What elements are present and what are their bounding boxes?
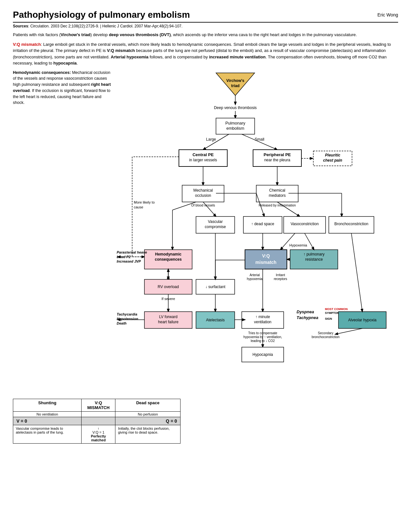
more-likely-label2: cause [134,205,143,209]
intro-paragraph: Patients with risk factors (Virchow's tr… [13,32,398,38]
lv-label2: heart failure [158,320,179,324]
chem-released: Released by inflammation [259,204,296,207]
vasc-label2: compromise [205,225,226,229]
pe-label1: Pulmonary [225,121,246,125]
arrow-pe-peripheral [242,134,277,150]
surfactant-label: ↓ surfactant [205,285,226,289]
hypocapnia-label: Hypocapnia [252,352,273,357]
hypoxemia-label: Hypoxemia [289,243,307,247]
vq-mismatch-table: Shunting V:Q MISMATCH Dead space No vent… [13,399,181,444]
table-header-deadspace: Dead space [115,399,181,411]
symptom-label: SYMPTOM [325,311,339,315]
large-label: Large [206,137,216,142]
minute-vent-label2: ventilation [254,320,271,324]
table-cell-q0: Q = 0 [115,417,181,425]
rv-label: RV overload [158,285,179,289]
mech-label1: Mechanical [193,188,213,193]
sign-label: SIGN [325,317,332,320]
peripheral-pe-label2: near the pleura [264,158,290,162]
parasternal-label3: Increased JVP [117,259,141,263]
pleuritic-label1: Pleuritic [325,153,340,157]
flowchart-container: Virchow's triad Deep venous thrombosis P… [116,70,398,392]
pleuritic-label2: chest pain [323,158,342,163]
minute-vent-label1: ↑ minute [255,315,270,319]
author-name: Eric Wong [377,12,398,17]
central-pe-label2: in larger vessels [189,158,217,162]
table-cell-empty [82,411,115,417]
mech-label3: Of blood vessels [191,204,215,207]
pulm-res-label2: resistance [305,257,323,262]
dead-space-label: ↑ dead space [251,222,274,226]
table-cell-no-perf: No perfusion [115,411,181,417]
broncho-label: Bronchoconstriction [334,222,368,226]
tachycardia-label1: Tachycardia [117,312,137,316]
arterial-hypox-label: Arterial [250,273,260,277]
flowchart-svg: Virchow's triad Deep venous thrombosis P… [116,70,406,392]
arrow-alveolar-broncho [335,328,362,334]
atelectasis-label: Atelectasis [206,318,225,322]
vq-box-label1: V:Q [262,253,270,258]
vq-box-label2: mismatch [255,260,276,265]
hemo-box-label1: Hemodynamic [155,252,181,256]
central-pe-label1: Central PE [192,152,214,157]
pulm-res-label1: ↑ pulmonary [303,252,324,256]
arterial-hypox-label2: hypoxemia [247,277,263,281]
parasternal-label1: Parasternal heave [117,250,147,254]
lv-label1: LV forward [159,315,177,319]
table-cell-vascular-desc: Vascular compromise leads to atelectasis… [13,425,82,443]
tachypnea-label: Tachypnea [297,315,318,320]
secondary-broncho-label2: bronchoconstriction [312,335,340,339]
sources-bar: Sources: Circulation. 2003 Dec 2;108(22)… [13,22,398,28]
arrow-pe-central [203,134,229,150]
arrow-vasoconst-vq [280,233,295,250]
table-cell-clot-desc: Initially, the clot blocks perfusion, gi… [115,425,181,443]
dyspnea-label: Dyspnea [297,309,314,314]
chem-label2: mediators [269,193,286,198]
hemodynamic-text-block: Hemodynamic consequences: Mechanical occ… [13,70,116,392]
table-cell-no-vent: No ventilation [13,411,82,417]
secondary-broncho-label1: Secondary [318,331,333,335]
most-common-label: MOST COMMON [325,307,348,311]
vasoconst-label: Vasoconstriction [290,222,318,226]
hemo-box-label2: consequences [155,257,182,262]
virchow-label1: Virchow's [226,78,244,83]
dvt-label: Deep venous thrombosis [214,105,257,110]
table-header-vq: V:Q MISMATCH [82,399,115,411]
more-likely-label1: More likely to [134,200,155,204]
pe-label2: embolism [226,126,244,131]
small-label: Small [255,137,264,142]
vq-paragraph: V:Q mismatch: Large emboli get stuck in … [13,41,398,66]
table-cell-v0: V = 0 [13,417,82,425]
table-cell-vq-desc: ↑ V:Q = 1 Perfectly matched [82,425,115,443]
bottom-table-section: Shunting V:Q MISMATCH Dead space No vent… [13,399,398,444]
vq-mismatch-box [245,250,287,269]
peripheral-pe-label1: Peripheral PE [264,152,291,157]
mech-label2: occlusion [195,193,211,198]
table-header-shunting: Shunting [13,399,82,411]
arrow-broncho-alveolar [351,233,362,312]
vasc-label1: Vascular [208,219,223,224]
tachycardia-label2: Hypotension [117,317,138,321]
virchow-label2: triad [231,84,240,88]
irritant-rec-label: Irritant [276,273,285,277]
page-title: Pathophysiology of pulmonary embolism [13,10,190,20]
tachycardia-label3: Death [117,321,127,325]
chem-label1: Chemical [269,188,285,193]
table-cell-vq-center [82,417,115,425]
irritant-rec-label2: receptors [274,277,287,281]
arrow-vasoconst-pulm [305,233,314,250]
alveolar-label: Alveolar hypoxia [348,318,377,322]
